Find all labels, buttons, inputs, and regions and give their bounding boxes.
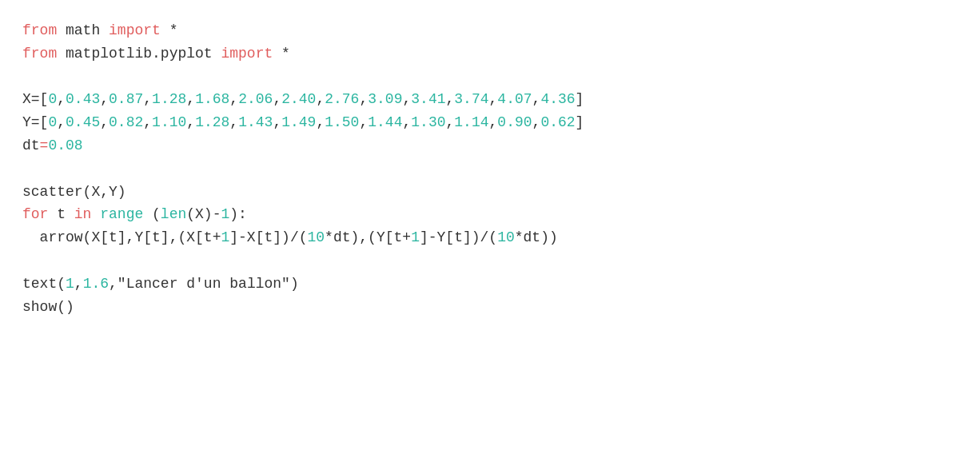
code-token: 0.82: [109, 114, 143, 130]
code-token: ,: [229, 91, 238, 107]
code-token: in: [74, 206, 92, 222]
code-token: ,: [186, 114, 195, 130]
code-token: X=[: [22, 91, 48, 107]
code-token: ,: [402, 91, 411, 107]
code-token: 10: [307, 229, 325, 245]
code-token: [91, 206, 100, 222]
code-token: ,: [446, 114, 455, 130]
code-token: 1.10: [152, 114, 186, 130]
code-token: dt: [22, 137, 40, 153]
code-block: from math import *from matplotlib.pyplot…: [22, 19, 958, 318]
code-token: ,: [57, 114, 66, 130]
code-token: ]-X[t])/(: [229, 229, 307, 245]
code-token: *: [273, 46, 290, 62]
code-token: ,: [402, 114, 411, 130]
code-token: ,: [359, 91, 368, 107]
code-token: *: [161, 22, 178, 38]
code-token: =: [40, 137, 49, 153]
code-token: ,: [273, 91, 281, 107]
code-token: 3.41: [411, 91, 445, 107]
code-token: 3.09: [368, 91, 402, 107]
code-line-line2: from matplotlib.pyplot import *: [22, 42, 958, 66]
code-token: matplotlib.pyplot: [57, 46, 221, 62]
code-token: text(: [22, 276, 66, 292]
code-token: range: [100, 206, 143, 222]
code-token: ,: [359, 114, 368, 130]
code-token: 10: [497, 229, 515, 245]
code-token: 0.08: [48, 137, 82, 153]
code-token: (X)-: [186, 206, 221, 222]
code-token: for: [22, 206, 48, 222]
code-token: len: [161, 206, 186, 222]
code-token: 1: [221, 206, 229, 222]
code-token: t: [48, 206, 74, 222]
code-token: ):: [229, 206, 247, 222]
code-line-line6: scatter(X,Y): [22, 181, 958, 204]
code-token: ,: [143, 114, 152, 130]
code-token: 0.43: [66, 91, 100, 107]
code-token: ]: [576, 91, 584, 107]
code-token: 1.14: [454, 114, 488, 130]
code-token: 1.49: [281, 114, 316, 130]
code-token: 1.50: [325, 114, 359, 130]
code-token: 2.76: [325, 91, 359, 107]
code-token: (: [143, 206, 161, 222]
code-token: 0.90: [497, 114, 532, 130]
code-token: ,: [316, 91, 325, 107]
code-token: show(): [22, 299, 74, 315]
code-token: 1: [66, 276, 74, 292]
code-line-line3: X=[0,0.43,0.87,1.28,1.68,2.06,2.40,2.76,…: [22, 88, 958, 111]
code-token: 4.36: [540, 91, 575, 107]
code-token: 0.45: [66, 114, 100, 130]
code-line-line5: dt=0.08: [22, 134, 958, 157]
code-token: ,: [532, 91, 541, 107]
empty-line: [22, 249, 958, 273]
code-token: ,: [143, 91, 152, 107]
code-token: 0.62: [540, 114, 575, 130]
code-token: import: [221, 46, 273, 62]
code-line-line1: from math import *: [22, 19, 958, 42]
code-token: ]: [576, 114, 584, 130]
code-token: ]-Y[t])/(: [420, 229, 497, 245]
code-line-line4: Y=[0,0.45,0.82,1.10,1.28,1.43,1.49,1.50,…: [22, 111, 958, 134]
code-token: ,: [273, 114, 281, 130]
code-line-line7: for t in range (len(X)-1):: [22, 203, 958, 226]
code-token: scatter(X,Y): [22, 184, 126, 200]
code-token: 2.40: [281, 91, 316, 107]
code-token: ,: [100, 114, 109, 130]
code-token: 0: [48, 91, 57, 107]
code-token: import: [109, 22, 161, 38]
code-line-line8: arrow(X[t],Y[t],(X[t+1]-X[t])/(10*dt),(Y…: [22, 226, 958, 249]
empty-line: [22, 66, 958, 89]
code-token: from: [22, 22, 57, 38]
code-line-line9: text(1,1.6,"Lancer d'un ballon"): [22, 273, 958, 296]
code-token: ,: [100, 91, 109, 107]
code-token: ,: [446, 91, 455, 107]
code-token: 0.87: [109, 91, 143, 107]
code-token: 2.06: [238, 91, 273, 107]
code-token: 1.6: [83, 276, 109, 292]
code-token: 1: [411, 229, 420, 245]
code-token: ,: [186, 91, 195, 107]
code-token: ,: [229, 114, 238, 130]
code-token: from: [22, 46, 57, 62]
code-token: 1.44: [368, 114, 402, 130]
code-token: ,: [74, 276, 83, 292]
code-editor: from math import *from matplotlib.pyplot…: [0, 0, 980, 454]
code-token: 1: [221, 229, 229, 245]
code-token: ,: [489, 91, 498, 107]
code-token: arrow(X[t],Y[t],(X[t+: [22, 229, 221, 245]
empty-line: [22, 157, 958, 181]
code-token: ,: [489, 114, 498, 130]
code-token: ,: [57, 91, 66, 107]
code-token: 3.74: [454, 91, 488, 107]
code-token: ,: [316, 114, 325, 130]
code-token: Y=[: [22, 114, 48, 130]
code-token: 1.30: [411, 114, 445, 130]
code-token: ,: [532, 114, 541, 130]
code-token: math: [57, 22, 109, 38]
code-token: 1.43: [238, 114, 273, 130]
code-token: 1.28: [195, 114, 229, 130]
code-token: 4.07: [497, 91, 532, 107]
code-token: 1.28: [152, 91, 186, 107]
